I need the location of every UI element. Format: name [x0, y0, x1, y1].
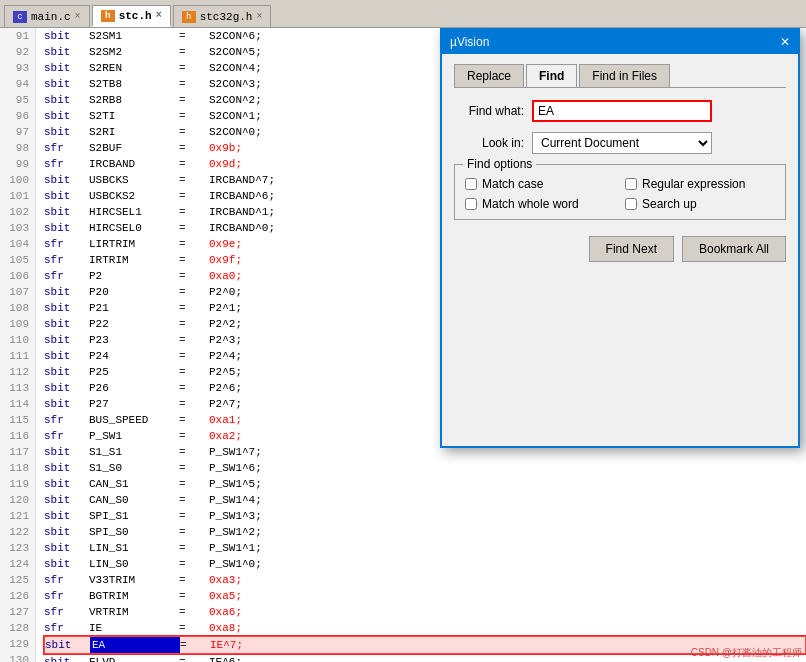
line-number: 118	[6, 460, 29, 476]
tab-find-in-files[interactable]: Find in Files	[579, 64, 670, 87]
code-area: 9192939495969798991001011021031041051061…	[0, 28, 806, 662]
line-number: 109	[6, 316, 29, 332]
find-next-button[interactable]: Find Next	[589, 236, 674, 262]
line-number: 130	[6, 652, 29, 662]
tab-main-c[interactable]: c main.c ×	[4, 5, 90, 27]
table-row: sbitCAN_S1=P_SW1^5;	[44, 476, 806, 492]
table-row: sfrV33TRIM=0xa3;	[44, 572, 806, 588]
match-whole-word-row: Match whole word	[465, 197, 615, 211]
line-number: 97	[6, 124, 29, 140]
tab-stc-h[interactable]: h stc.h ×	[92, 5, 171, 27]
table-row: sfrIE=0xa8;	[44, 620, 806, 636]
table-row: sbitSPI_S0=P_SW1^2;	[44, 524, 806, 540]
match-whole-word-label: Match whole word	[482, 197, 579, 211]
line-number: 104	[6, 236, 29, 252]
line-number: 113	[6, 380, 29, 396]
look-in-row: Look in: Current Document	[454, 132, 786, 154]
line-number: 116	[6, 428, 29, 444]
table-row: sbitS1_S0=P_SW1^6;	[44, 460, 806, 476]
line-number: 122	[6, 524, 29, 540]
options-grid: Match case Regular expression Match whol…	[465, 177, 775, 211]
regular-expression-label: Regular expression	[642, 177, 745, 191]
search-up-checkbox[interactable]	[625, 198, 637, 210]
find-what-input[interactable]	[532, 100, 712, 122]
line-number: 128	[6, 620, 29, 636]
find-options-group: Find options Match case Regular expressi…	[454, 164, 786, 220]
table-row: sfrBGTRIM=0xa5;	[44, 588, 806, 604]
tab-label-main-c: main.c	[31, 11, 71, 23]
dialog-tab-bar: Replace Find Find in Files	[454, 64, 786, 88]
tab-close-main-c[interactable]: ×	[75, 11, 81, 22]
line-number: 93	[6, 60, 29, 76]
line-number: 127	[6, 604, 29, 620]
line-number: 91	[6, 28, 29, 44]
find-options-title: Find options	[463, 157, 536, 171]
line-numbers: 9192939495969798991001011021031041051061…	[0, 28, 36, 662]
line-number: 102	[6, 204, 29, 220]
line-number: 107	[6, 284, 29, 300]
table-row: sbitSPI_S1=P_SW1^3;	[44, 508, 806, 524]
line-number: 98	[6, 140, 29, 156]
tab-close-stc-h[interactable]: ×	[156, 10, 162, 21]
line-number: 111	[6, 348, 29, 364]
line-number: 103	[6, 220, 29, 236]
match-case-label: Match case	[482, 177, 543, 191]
table-row: sbitCAN_S0=P_SW1^4;	[44, 492, 806, 508]
search-up-row: Search up	[625, 197, 775, 211]
file-icon-stc32g-h: h	[182, 11, 196, 23]
line-number: 101	[6, 188, 29, 204]
look-in-select[interactable]: Current Document	[532, 132, 712, 154]
line-number: 99	[6, 156, 29, 172]
line-number: 114	[6, 396, 29, 412]
line-number: 129	[6, 636, 29, 652]
tab-stc32g-h[interactable]: h stc32g.h ×	[173, 5, 272, 27]
line-number: 125	[6, 572, 29, 588]
line-number: 112	[6, 364, 29, 380]
line-number: 96	[6, 108, 29, 124]
regular-expression-row: Regular expression	[625, 177, 775, 191]
look-in-label: Look in:	[454, 136, 524, 150]
dialog-buttons: Find Next Bookmark All	[454, 236, 786, 262]
tab-find[interactable]: Find	[526, 64, 577, 87]
regular-expression-checkbox[interactable]	[625, 178, 637, 190]
file-icon-stc-h: h	[101, 10, 115, 22]
line-number: 94	[6, 76, 29, 92]
line-number: 106	[6, 268, 29, 284]
line-number: 110	[6, 332, 29, 348]
match-case-checkbox[interactable]	[465, 178, 477, 190]
line-number: 123	[6, 540, 29, 556]
find-dialog: µVision ✕ Replace Find Find in Files Fin…	[440, 28, 800, 448]
dialog-title-bar[interactable]: µVision ✕	[442, 30, 798, 54]
line-number: 92	[6, 44, 29, 60]
dialog-title-text: µVision	[450, 35, 489, 49]
tab-close-stc32g-h[interactable]: ×	[256, 11, 262, 22]
line-number: 120	[6, 492, 29, 508]
line-number: 121	[6, 508, 29, 524]
line-number: 105	[6, 252, 29, 268]
tab-replace[interactable]: Replace	[454, 64, 524, 87]
match-whole-word-checkbox[interactable]	[465, 198, 477, 210]
line-number: 100	[6, 172, 29, 188]
tab-label-stc32g-h: stc32g.h	[200, 11, 253, 23]
line-number: 115	[6, 412, 29, 428]
line-number: 95	[6, 92, 29, 108]
tab-label-stc-h: stc.h	[119, 10, 152, 22]
file-icon-main-c: c	[13, 11, 27, 23]
line-number: 126	[6, 588, 29, 604]
line-number: 108	[6, 300, 29, 316]
dialog-close-icon[interactable]: ✕	[780, 35, 790, 49]
bookmark-all-button[interactable]: Bookmark All	[682, 236, 786, 262]
find-what-label: Find what:	[454, 104, 524, 118]
table-row: sbitLIN_S0=P_SW1^0;	[44, 556, 806, 572]
table-row: sfrVRTRIM=0xa6;	[44, 604, 806, 620]
table-row: sbitLIN_S1=P_SW1^1;	[44, 540, 806, 556]
line-number: 124	[6, 556, 29, 572]
line-number: 117	[6, 444, 29, 460]
search-up-label: Search up	[642, 197, 697, 211]
tab-bar: c main.c × h stc.h × h stc32g.h ×	[0, 0, 806, 28]
line-number: 119	[6, 476, 29, 492]
find-what-row: Find what:	[454, 100, 786, 122]
dialog-body: Replace Find Find in Files Find what: Lo…	[442, 54, 798, 272]
watermark: CSDN @打酱油的工程师	[691, 646, 802, 660]
match-case-row: Match case	[465, 177, 615, 191]
